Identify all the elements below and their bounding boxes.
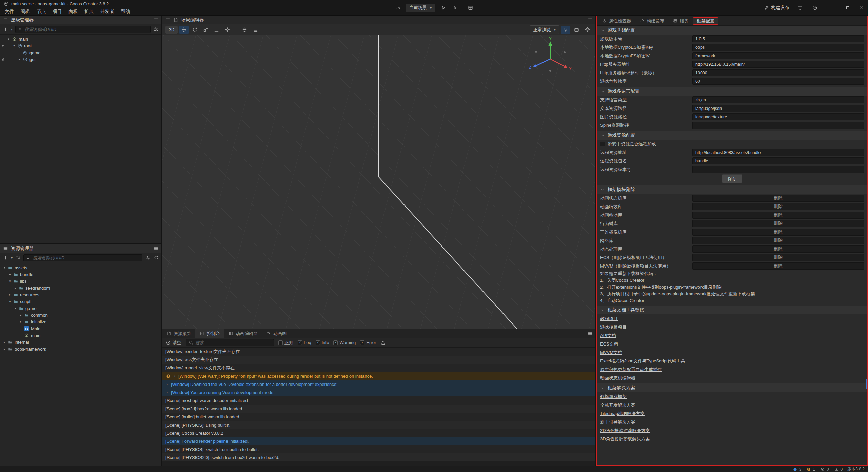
menu-help[interactable]: 帮助 [118, 8, 134, 15]
text-input[interactable] [695, 159, 861, 163]
doc-link[interactable]: 教程项目 [600, 316, 618, 322]
clear-console-button[interactable]: 清空 [165, 340, 181, 346]
tree-item[interactable]: game [0, 49, 161, 56]
text-input[interactable] [695, 62, 861, 67]
collapse-icon[interactable]: ▾ [13, 307, 18, 310]
doc-link[interactable]: 新手引导解决方案 [600, 419, 635, 425]
console-tab[interactable]: 动画图 [262, 329, 291, 338]
device-select-button[interactable] [393, 3, 402, 12]
mode-3d-button[interactable]: 3D [165, 26, 178, 34]
text-field[interactable] [692, 44, 864, 51]
section-header[interactable]: 框架文档工具链接 [597, 306, 867, 314]
panel-options-icon[interactable] [587, 331, 593, 336]
doc-link[interactable]: 动画状态机编辑器 [600, 375, 635, 381]
delete-module-button[interactable]: 删除 [692, 262, 864, 270]
doc-link[interactable]: 原生包热更新配置自动生成插件 [600, 367, 662, 373]
delete-module-button[interactable]: 删除 [692, 229, 864, 236]
anchor-tool-button[interactable] [223, 26, 232, 34]
inspector-tab[interactable]: 构建发布 [635, 16, 668, 25]
scene-select[interactable]: 当前场景 ▾ [406, 4, 435, 12]
log-row[interactable]: [Scene] Cocos Creator v3.8.2 [162, 429, 595, 437]
text-field[interactable] [692, 52, 864, 59]
menu-project[interactable]: 项目 [49, 8, 65, 15]
doc-link[interactable]: 全栈开发解决方案 [600, 402, 635, 408]
delete-module-button[interactable]: 删除 [692, 195, 864, 202]
play-button[interactable] [439, 3, 448, 12]
hierarchy-search-input[interactable] [25, 27, 148, 32]
section-header[interactable]: 游戏资源配置 [597, 131, 867, 140]
maximize-icon[interactable] [845, 5, 850, 11]
remote-load-checkbox[interactable] [600, 142, 605, 146]
section-header[interactable]: 游戏基础配置 [597, 26, 867, 35]
filter-warning[interactable]: ✓Warning [333, 340, 356, 345]
expand-log-icon[interactable]: › [165, 382, 169, 386]
log-row[interactable]: ›[Window] You are running Vue in develop… [162, 388, 595, 396]
build-publish-button[interactable]: 构建发布 [764, 5, 789, 11]
console-search[interactable] [186, 339, 274, 346]
delete-module-button[interactable]: 删除 [692, 254, 864, 261]
tree-item[interactable]: ▸common [0, 312, 161, 318]
add-node-icon[interactable] [3, 27, 8, 32]
doc-link[interactable]: 战旗游戏框架 [600, 394, 627, 400]
tree-item[interactable]: ▸bundle [0, 271, 161, 278]
expand-icon[interactable]: ▸ [7, 273, 13, 276]
doc-link[interactable]: ECS文档 [600, 341, 618, 347]
move-tool-button[interactable] [179, 26, 189, 34]
tree-item[interactable]: ▸resources [0, 291, 161, 298]
tree-item[interactable]: ▸oops-framework [0, 346, 161, 352]
lock-gutter[interactable] [0, 43, 6, 48]
sort-assets-icon[interactable] [15, 255, 21, 261]
scene-settings-button[interactable] [583, 26, 592, 34]
expand-icon[interactable]: ▸ [18, 320, 23, 323]
status-warning-count[interactable]: 1 [806, 467, 815, 472]
menu-developer[interactable]: 开发者 [97, 8, 118, 15]
text-field[interactable] [692, 105, 864, 112]
log-row[interactable]: ›[Window] [Vue warn]: Property "onInput"… [162, 372, 595, 380]
collapse-icon[interactable]: ▾ [6, 37, 11, 41]
text-input[interactable] [695, 115, 861, 119]
tree-item[interactable]: ▾main [0, 36, 161, 42]
lighting-toggle[interactable] [561, 26, 570, 34]
collapse-icon[interactable]: ▾ [7, 279, 13, 283]
panel-options-icon[interactable] [587, 17, 593, 23]
expand-log-icon[interactable]: › [173, 374, 176, 378]
panel-options-icon[interactable] [153, 246, 159, 251]
text-input[interactable] [695, 106, 861, 111]
checkbox[interactable]: ✓ [360, 340, 364, 345]
rect-tool-button[interactable] [212, 26, 221, 34]
gizmo-space-toggle[interactable] [240, 26, 249, 34]
status-error-count[interactable]: 0 [820, 467, 829, 472]
collapse-icon[interactable]: ▾ [12, 44, 17, 47]
tree-item[interactable]: ▸internal [0, 339, 161, 346]
add-asset-icon[interactable] [3, 255, 8, 261]
panel-menu-icon[interactable] [165, 17, 170, 23]
tree-item[interactable]: ▸initialize [0, 318, 161, 325]
tree-item[interactable]: main [0, 332, 161, 339]
tree-item[interactable]: ▾game [0, 305, 161, 312]
text-field[interactable] [692, 35, 864, 42]
menu-file[interactable]: 文件 [1, 8, 17, 15]
doc-link[interactable]: API文档 [600, 333, 616, 339]
checkbox[interactable]: ✓ [316, 340, 320, 345]
export-log-icon[interactable] [380, 340, 386, 346]
text-field[interactable] [692, 69, 864, 76]
checkbox[interactable]: ✓ [333, 340, 338, 345]
snap-toggle[interactable] [251, 26, 260, 34]
scene-editor-tab[interactable]: 场景编辑器 [181, 17, 204, 23]
section-header[interactable]: 游戏多语言配置 [597, 87, 867, 96]
log-row[interactable]: [Scene] [PHYSICS]: using builtin. [162, 421, 595, 429]
collapse-icon[interactable]: ▾ [2, 266, 7, 269]
expand-log-icon[interactable]: › [165, 390, 169, 394]
filter-error[interactable]: ✓Error [360, 340, 376, 345]
text-field[interactable] [692, 122, 864, 129]
section-header[interactable]: 框架模块剔除 [597, 185, 867, 194]
expand-icon[interactable]: ▸ [7, 293, 13, 296]
text-input[interactable] [695, 37, 861, 41]
expand-icon[interactable]: ▸ [18, 313, 23, 317]
text-input[interactable] [695, 79, 861, 84]
log-row[interactable]: [Scene] [PHYSICS2D]: switch from box2d-w… [162, 453, 595, 461]
text-field[interactable] [692, 149, 864, 156]
doc-link[interactable]: 游戏模板项目 [600, 324, 627, 330]
log-row[interactable]: [Window] model_view文件夹不存在 [162, 364, 595, 372]
text-input[interactable] [695, 167, 861, 172]
